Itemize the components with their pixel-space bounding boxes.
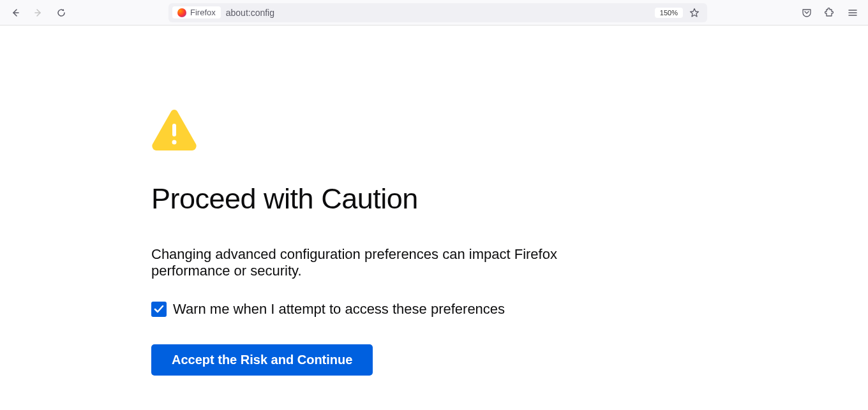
- bookmark-button[interactable]: [685, 4, 703, 22]
- nav-buttons: [5, 3, 71, 23]
- accept-risk-button[interactable]: Accept the Risk and Continue: [151, 344, 373, 376]
- arrow-left-icon: [10, 8, 20, 18]
- toolbar-right: [797, 3, 863, 23]
- back-button[interactable]: [5, 3, 26, 23]
- extensions-button[interactable]: [819, 3, 840, 23]
- warn-checkbox[interactable]: [151, 302, 167, 317]
- reload-icon: [56, 8, 66, 18]
- star-icon: [689, 8, 700, 18]
- svg-point-6: [172, 140, 177, 145]
- checkmark-icon: [153, 304, 165, 315]
- puzzle-icon: [825, 8, 835, 18]
- forward-button[interactable]: [28, 3, 49, 23]
- warning-page: Proceed with Caution Changing advanced c…: [0, 26, 587, 376]
- warning-description: Changing advanced configuration preferen…: [151, 246, 587, 279]
- pocket-button[interactable]: [797, 3, 817, 23]
- hamburger-icon: [848, 8, 858, 18]
- browser-toolbar: Firefox about:config 150%: [0, 0, 868, 26]
- arrow-right-icon: [33, 8, 43, 18]
- identity-label: Firefox: [190, 8, 216, 17]
- zoom-badge[interactable]: 150%: [655, 8, 683, 18]
- svg-rect-5: [172, 124, 176, 136]
- pocket-icon: [802, 8, 812, 18]
- url-text: about:config: [226, 8, 655, 18]
- reload-button[interactable]: [51, 3, 71, 23]
- warn-checkbox-row: Warn me when I attempt to access these p…: [151, 301, 587, 318]
- firefox-icon: [177, 8, 186, 17]
- warning-triangle-icon: [151, 108, 197, 153]
- app-menu-button[interactable]: [842, 3, 863, 23]
- page-title: Proceed with Caution: [151, 182, 587, 216]
- url-bar[interactable]: Firefox about:config 150%: [168, 3, 707, 22]
- warn-checkbox-label[interactable]: Warn me when I attempt to access these p…: [173, 301, 505, 318]
- identity-box[interactable]: Firefox: [172, 6, 221, 18]
